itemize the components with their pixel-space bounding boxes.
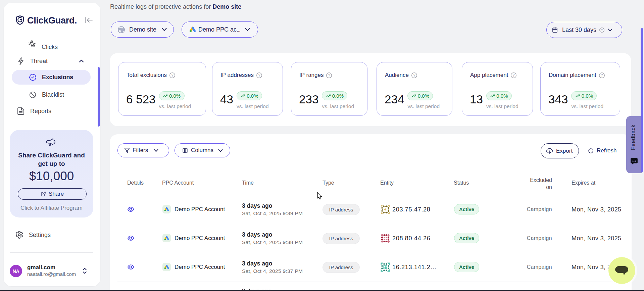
svg-text:?: ? bbox=[258, 74, 260, 77]
svg-text:?: ? bbox=[601, 74, 603, 77]
svg-text:?: ? bbox=[513, 74, 515, 77]
svg-text:?: ? bbox=[601, 28, 603, 32]
svg-text:?: ? bbox=[413, 74, 415, 77]
svg-text:?: ? bbox=[328, 74, 330, 77]
svg-text:?: ? bbox=[171, 74, 174, 77]
